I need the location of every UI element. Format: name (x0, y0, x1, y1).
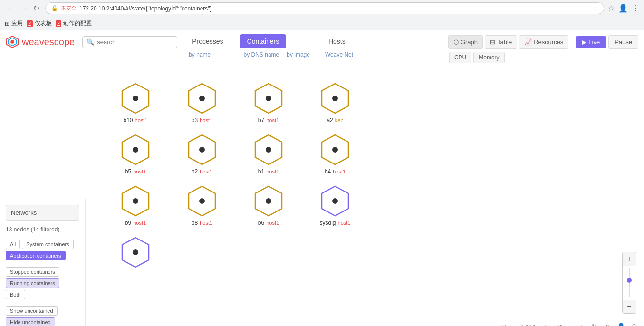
node-label-b7: b7 host1 (258, 117, 279, 124)
node-item-b10[interactable]: b10 host1 (105, 82, 166, 124)
zoom-slider-thumb (627, 278, 632, 283)
node-label-b1: b1 host1 (258, 168, 279, 175)
graph-area[interactable]: b10 host1 b3 host1 b7 host1 (0, 67, 644, 326)
forward-button[interactable]: → (18, 3, 29, 14)
node-label-b9: b9 host1 (125, 220, 146, 226)
address-bar[interactable]: 🔓 不安全 172.20.10.2:4040/#!/state/{"topolo… (45, 2, 604, 14)
user-icon[interactable]: 👤 (616, 322, 625, 326)
svg-point-22 (199, 198, 205, 204)
profile-icon[interactable]: 👤 (618, 4, 628, 13)
live-button[interactable]: ▶ Live (576, 36, 606, 48)
live-controls: ▶ Live Pause (576, 34, 638, 49)
refresh-icon[interactable]: ↻ (590, 322, 598, 326)
node-label-a2: a2 ken (327, 117, 343, 124)
processes-by-name[interactable]: by name (187, 50, 212, 59)
node-host-b6: host1 (266, 220, 279, 226)
bookmarks-apps[interactable]: ⊞ 应用 (5, 19, 23, 28)
running-containers-button[interactable]: Running containers (6, 278, 59, 288)
zoom-in-button[interactable]: + (623, 252, 636, 266)
search-input[interactable] (97, 38, 173, 46)
node-host-b1: host1 (266, 169, 279, 174)
bookmarks-config[interactable]: Z 动作的配置 (56, 19, 92, 28)
tab-hosts[interactable]: Hosts (321, 34, 353, 48)
node-name-b3: b3 (192, 117, 198, 124)
back-button[interactable]: ← (5, 3, 16, 14)
graph-label: Graph (461, 38, 478, 46)
node-count-text: 13 nodes (14 filtered) (6, 226, 79, 233)
dashboard-z-icon: Z (27, 20, 33, 27)
node-name-b1: b1 (258, 168, 264, 175)
node-item-b7[interactable]: b7 host1 (238, 82, 299, 124)
node-item-b3[interactable]: b3 host1 (171, 82, 233, 124)
node-item-b1[interactable]: b1 host1 (238, 133, 299, 175)
node-name-b10: b10 (124, 117, 133, 124)
tab-containers[interactable]: Containers (240, 34, 287, 48)
nav-tabs: Processes by name Containers by DNS name… (185, 34, 441, 59)
svg-point-6 (199, 96, 205, 101)
apps-label: 应用 (11, 19, 23, 28)
memory-button[interactable]: Memory (473, 52, 504, 63)
node-item-sysdig[interactable]: sysdig host1 (304, 184, 366, 226)
node-item-b9[interactable]: b9 host1 (105, 184, 166, 226)
view-graph-button[interactable]: ⬡ Graph (448, 35, 483, 49)
hexagon-a2 (318, 82, 352, 115)
both-button[interactable]: Both (6, 290, 25, 299)
search-icon: 🔍 (87, 38, 94, 46)
filter-application-button[interactable]: Application containers (6, 251, 66, 260)
cpu-button[interactable]: CPU (449, 52, 471, 63)
svg-point-16 (266, 147, 271, 153)
hexagon-b5 (119, 133, 152, 166)
hide-uncontained-button[interactable]: Hide uncontained (6, 317, 55, 326)
containers-by-dns[interactable]: by DNS name (242, 50, 281, 59)
plugins-text: Plugins: n/a (558, 324, 585, 326)
node-host-b8: host1 (200, 220, 212, 226)
tab-processes[interactable]: Processes (185, 34, 230, 48)
help-icon[interactable]: ? (630, 322, 638, 326)
star-icon[interactable]: ☆ (608, 4, 615, 13)
dashboard-label: 仪表板 (35, 19, 52, 28)
running-filter-buttons: Stopped containers Running containers Bo… (6, 267, 79, 299)
main-container: b10 host1 b3 host1 b7 host1 (0, 67, 644, 326)
node-item-b6[interactable]: b6 host1 (238, 184, 299, 226)
show-uncontained-button[interactable]: Show uncontained (6, 306, 58, 316)
node-item-partial[interactable] (105, 236, 166, 271)
logo[interactable]: weavescope (6, 34, 75, 48)
filter-all-button[interactable]: All (6, 240, 20, 249)
node-item-b4[interactable]: b4 host1 (304, 133, 366, 175)
search-box[interactable]: 🔍 (82, 36, 177, 48)
filter-system-button[interactable]: System containers (22, 240, 73, 249)
hexagon-b3 (185, 82, 219, 115)
svg-point-28 (133, 249, 138, 255)
node-name-b7: b7 (258, 117, 264, 124)
node-name-b4: b4 (325, 168, 331, 175)
table-label: Table (497, 38, 512, 46)
menu-icon[interactable]: ⋮ (632, 4, 639, 13)
node-item-b8[interactable]: b8 host1 (171, 184, 233, 226)
node-item-b2[interactable]: b2 host1 (171, 133, 233, 175)
view-table-button[interactable]: ⊟ Table (485, 35, 517, 49)
node-host-b2: host1 (200, 169, 212, 174)
node-item-a2[interactable]: a2 ken (304, 82, 366, 124)
apps-grid-icon: ⊞ (5, 20, 10, 27)
zoom-out-button[interactable]: − (623, 300, 636, 313)
bookmarks-dashboard[interactable]: Z 仪表板 (27, 19, 52, 28)
resources-icon: 📈 (524, 38, 532, 46)
hosts-weave-net[interactable]: Weave Net (323, 50, 355, 59)
node-name-sysdig: sysdig (320, 220, 336, 226)
zoom-slider-track[interactable] (629, 268, 630, 297)
hosts-group: Hosts Weave Net (321, 34, 355, 59)
node-item-b5[interactable]: b5 host1 (105, 133, 166, 175)
play-icon: ▶ (582, 38, 586, 46)
containers-by-image[interactable]: by image (285, 50, 312, 59)
nodes-grid: b10 host1 b3 host1 b7 host1 (86, 67, 385, 285)
reload-button[interactable]: ↻ (31, 3, 41, 14)
stopped-containers-button[interactable]: Stopped containers (6, 267, 59, 277)
view-resources-button[interactable]: 📈 Resources (519, 35, 568, 49)
contrast-icon[interactable]: ◐ (603, 322, 612, 326)
networks-title: Networks (11, 209, 74, 216)
node-host-b10: host1 (135, 117, 148, 123)
hexagon-b6 (252, 184, 285, 218)
version-text: Version 1.10.1 on ken (502, 324, 553, 326)
container-filter-buttons: All System containers Application contai… (6, 240, 79, 260)
pause-button[interactable]: Pause (608, 35, 638, 49)
